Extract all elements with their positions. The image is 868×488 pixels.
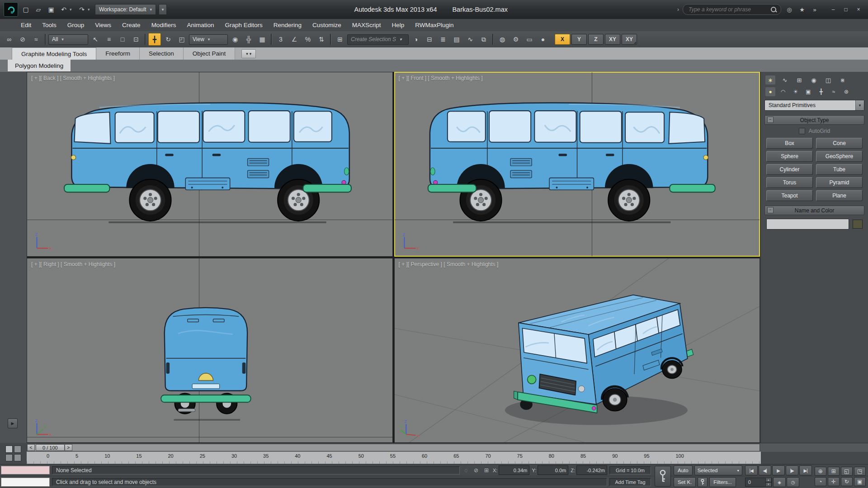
window-crossing-icon[interactable]: ⊡ (130, 33, 142, 46)
spinner-snap-icon[interactable]: ⇅ (315, 33, 328, 46)
next-key-button[interactable]: > (65, 444, 72, 451)
search-icon[interactable] (770, 6, 777, 13)
maxscript-mini-listener[interactable] (1, 466, 50, 474)
bus-model-perspective[interactable] (460, 269, 701, 438)
select-object-icon[interactable]: ↖ (89, 33, 102, 46)
menu-item[interactable]: Modifiers (146, 19, 182, 31)
z-coordinate-input[interactable] (576, 465, 607, 475)
primitive-button[interactable]: Pyramid (816, 177, 863, 188)
menu-item[interactable]: Tools (37, 19, 62, 31)
viewport-layout-tabs[interactable] (0, 443, 27, 464)
axis-constraint-button[interactable]: Y (571, 34, 587, 45)
motion-tab-icon[interactable]: ◉ (809, 75, 819, 84)
geometry-category-icon[interactable]: ● (765, 87, 775, 96)
minimize-button[interactable]: – (827, 5, 839, 14)
menu-item[interactable]: Views (90, 19, 117, 31)
redo-flyout-icon[interactable]: ▾ (88, 7, 92, 12)
menu-item[interactable]: Graph Editors (219, 19, 268, 31)
track-bar[interactable]: 0510152025303540455055606570758085909510… (27, 451, 761, 464)
open-file-icon[interactable]: ▱ (33, 5, 43, 14)
primitive-button[interactable]: Tube (816, 164, 863, 175)
ribbon-tab[interactable]: Object Paint (184, 47, 236, 60)
snaps-toggle-icon[interactable]: 3 (274, 33, 287, 46)
systems-category-icon[interactable]: ⊛ (841, 87, 851, 96)
autogrid-checkbox[interactable] (799, 128, 805, 134)
select-by-name-icon[interactable]: ≡ (103, 33, 115, 46)
isolate-toggle-icon[interactable]: ◌ (462, 466, 470, 474)
hierarchy-tab-icon[interactable]: ⊞ (794, 75, 804, 84)
primitive-button[interactable]: Box (766, 138, 813, 149)
undo-flyout-icon[interactable]: ▾ (70, 7, 74, 12)
zoom-extents-all-icon[interactable]: ◳ (854, 467, 866, 476)
expand-panel-button[interactable]: ▶ (8, 418, 18, 428)
create-tab-icon[interactable]: ∗ (765, 75, 775, 84)
object-type-rollout-header[interactable]: − Object Type (764, 115, 864, 125)
primitive-button[interactable]: GeoSphere (816, 151, 863, 162)
graphite-toggle-icon[interactable]: ▤ (450, 33, 463, 46)
maximize-button[interactable]: □ (840, 5, 852, 14)
workspace-flyout-button[interactable]: ▾ (159, 4, 167, 15)
name-color-rollout-header[interactable]: − Name and Color (764, 206, 864, 215)
percent-snap-icon[interactable]: % (302, 33, 314, 46)
save-file-icon[interactable]: ▣ (46, 5, 56, 14)
render-production-icon[interactable]: ● (537, 33, 549, 46)
time-config-icon[interactable]: ◷ (787, 477, 799, 487)
align-icon[interactable]: ⊟ (423, 33, 436, 46)
menu-item[interactable]: Help (387, 19, 410, 31)
cameras-category-icon[interactable]: ▣ (803, 87, 813, 96)
use-pivot-center-icon[interactable]: ◉ (229, 33, 241, 46)
utilities-tab-icon[interactable]: ⋇ (838, 75, 848, 84)
menu-item[interactable]: MAXScript (347, 19, 387, 31)
selection-filter-dropdown[interactable]: All ▾ (48, 34, 88, 45)
menu-item[interactable]: Animation (181, 19, 219, 31)
ribbon-tab[interactable]: Selection (140, 47, 184, 60)
bus-model-side[interactable] (409, 89, 738, 232)
zoom-icon[interactable]: ⊕ (815, 467, 826, 476)
select-and-scale-icon[interactable]: ◰ (175, 33, 188, 46)
bus-model-rear[interactable] (137, 295, 275, 427)
overflow-icon[interactable]: » (810, 5, 819, 14)
add-time-tag-field[interactable]: Add Time Tag (609, 478, 651, 486)
primitive-button[interactable]: Cone (816, 138, 863, 149)
play-button[interactable]: ▶ (772, 465, 785, 475)
maximize-viewport-icon[interactable]: ▣ (854, 477, 866, 486)
axis-constraint-button[interactable]: XY (622, 34, 637, 45)
axis-constraint-button[interactable]: XY (605, 34, 620, 45)
rendered-frame-icon[interactable]: ▭ (523, 33, 536, 46)
select-and-manipulate-icon[interactable]: ╬ (242, 33, 255, 46)
viewport-perspective[interactable]: [ + ][ Perspective ] [ Smooth + Highligh… (394, 258, 760, 443)
schematic-view-icon[interactable]: ⧉ (477, 33, 490, 46)
redo-icon[interactable]: ↷ (77, 5, 87, 14)
named-selection-sets-icon[interactable]: ⊞ (334, 33, 346, 46)
key-mode-icon[interactable]: ◈ (773, 477, 786, 487)
infocenter-collapse-icon[interactable]: › (677, 6, 679, 13)
named-selection-combo[interactable]: Create Selection S ▾ (347, 34, 409, 45)
viewport-label[interactable]: [ + ][ Right ] [ Smooth + Highlights ] (31, 261, 115, 267)
ribbon-tab[interactable]: Graphite Modeling Tools (12, 47, 96, 60)
coordinate-system-dropdown[interactable]: View ▾ (189, 34, 228, 45)
unlink-selection-icon[interactable]: ⊘ (16, 33, 29, 46)
rect-selection-region-icon[interactable]: □ (116, 33, 129, 46)
undo-icon[interactable]: ↶ (59, 5, 69, 14)
layer-manager-icon[interactable]: ≣ (437, 33, 449, 46)
fov-icon[interactable]: ◔ (815, 477, 826, 486)
object-name-input[interactable] (766, 219, 849, 230)
primitive-button[interactable]: Torus (766, 177, 813, 188)
axis-constraint-button[interactable]: Z (588, 34, 604, 45)
go-to-start-button[interactable]: |◀ (745, 465, 758, 475)
new-file-icon[interactable]: ▢ (21, 5, 31, 14)
3dsmax-logo-icon[interactable] (4, 2, 18, 17)
viewport-label[interactable]: [ + ][ Back ] [ Smooth + Highlights ] (31, 75, 115, 81)
material-editor-icon[interactable]: ◍ (496, 33, 509, 46)
ribbon-minimize-dropdown[interactable]: ▾ ▾ (241, 49, 256, 58)
set-keys-button[interactable] (655, 466, 671, 487)
ribbon-tab[interactable]: Freeform (96, 47, 140, 60)
shapes-category-icon[interactable]: ◠ (778, 87, 788, 96)
go-to-end-button[interactable]: ▶| (799, 465, 812, 475)
menu-item[interactable]: Edit (15, 19, 37, 31)
keyboard-override-icon[interactable]: ▦ (256, 33, 269, 46)
bind-to-spacewarp-icon[interactable]: ≈ (30, 33, 42, 46)
time-slider-handle[interactable]: 0 / 100 (36, 444, 65, 451)
object-color-swatch[interactable] (853, 220, 863, 229)
menu-item[interactable]: Customize (307, 19, 347, 31)
